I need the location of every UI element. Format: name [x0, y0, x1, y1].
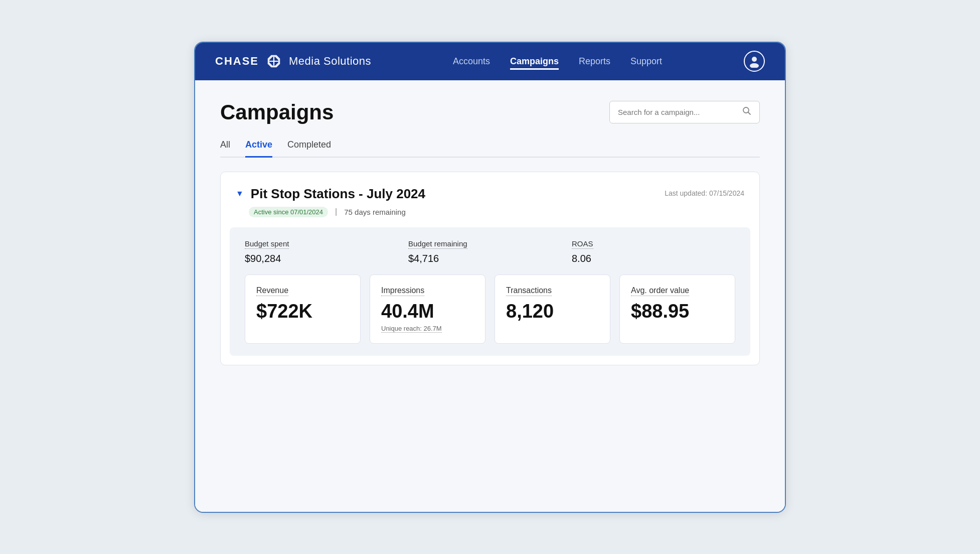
metric-card-transactions: Transactions 8,120: [495, 274, 610, 344]
days-remaining: 75 days remaining: [344, 208, 406, 216]
svg-point-5: [750, 63, 759, 68]
avg-order-value: $88.95: [631, 301, 724, 322]
page-header: Campaigns: [220, 100, 760, 124]
logo-chase-text: CHASE: [215, 55, 259, 68]
metrics-row: Revenue $722K Impressions 40.4M Unique r…: [245, 274, 735, 344]
nav-item-campaigns[interactable]: Campaigns: [510, 56, 559, 67]
metric-card-impressions: Impressions 40.4M Unique reach: 26.7M: [370, 274, 485, 344]
metric-card-avg-order: Avg. order value $88.95: [619, 274, 735, 344]
nav-link-support[interactable]: Support: [630, 56, 662, 66]
transactions-label: Transactions: [506, 286, 552, 296]
chevron-down-icon[interactable]: ▼: [236, 189, 244, 198]
campaign-header: ▼ Pit Stop Stations - July 2024 Active s…: [221, 172, 759, 227]
search-input[interactable]: [618, 108, 737, 116]
campaign-meta: Active since 07/01/2024 | 75 days remain…: [249, 207, 425, 217]
search-box[interactable]: [609, 101, 760, 123]
active-since-badge: Active since 07/01/2024: [249, 207, 328, 217]
metric-card-revenue: Revenue $722K: [245, 274, 361, 344]
nav-item-support[interactable]: Support: [630, 56, 662, 67]
campaign-card: ▼ Pit Stop Stations - July 2024 Active s…: [220, 172, 760, 366]
nav-links: Accounts Campaigns Reports Support: [453, 56, 662, 67]
budget-spent-value: $90,284: [245, 253, 393, 264]
nav-link-reports[interactable]: Reports: [579, 56, 610, 66]
app-container: CHASE Media Solutions Accounts Campaigns…: [194, 42, 786, 513]
budget-spent-item: Budget spent $90,284: [245, 239, 408, 264]
budget-row: Budget spent $90,284 Budget remaining $4…: [245, 239, 735, 264]
impressions-value: 40.4M: [381, 301, 474, 322]
user-icon: [748, 55, 761, 68]
budget-remaining-value: $4,716: [408, 253, 557, 264]
svg-line-7: [748, 112, 751, 115]
logo-media-text: Media Solutions: [289, 55, 371, 68]
svg-point-4: [752, 57, 757, 62]
nav-item-reports[interactable]: Reports: [579, 56, 610, 67]
tab-completed[interactable]: Completed: [287, 140, 331, 158]
meta-separator: |: [335, 207, 337, 216]
logo: CHASE Media Solutions: [215, 54, 371, 68]
avg-order-label: Avg. order value: [631, 286, 689, 296]
roas-value: 8.06: [572, 253, 720, 264]
impressions-sub: Unique reach: 26.7M: [381, 325, 474, 332]
roas-item: ROAS 8.06: [572, 239, 735, 264]
tab-all[interactable]: All: [220, 140, 230, 158]
roas-label: ROAS: [572, 239, 593, 249]
impressions-label: Impressions: [381, 286, 424, 296]
stats-inner: Budget spent $90,284 Budget remaining $4…: [230, 227, 750, 356]
user-avatar-button[interactable]: [744, 51, 765, 72]
campaign-name: Pit Stop Stations - July 2024: [251, 186, 425, 202]
search-icon: [742, 106, 751, 118]
budget-remaining-item: Budget remaining $4,716: [408, 239, 572, 264]
tab-active[interactable]: Active: [245, 140, 272, 158]
revenue-value: $722K: [256, 301, 349, 322]
chase-logo-icon: [267, 54, 281, 68]
nav-link-accounts[interactable]: Accounts: [453, 56, 490, 66]
revenue-label: Revenue: [256, 286, 288, 296]
transactions-value: 8,120: [506, 301, 599, 322]
nav-link-campaigns[interactable]: Campaigns: [510, 56, 559, 70]
nav-item-accounts[interactable]: Accounts: [453, 56, 490, 67]
page-title: Campaigns: [220, 100, 334, 124]
campaign-title-section: ▼ Pit Stop Stations - July 2024 Active s…: [236, 186, 425, 217]
budget-spent-label: Budget spent: [245, 239, 289, 249]
tab-bar: All Active Completed: [220, 140, 760, 158]
navigation: CHASE Media Solutions Accounts Campaigns…: [195, 43, 785, 80]
campaign-title-row: ▼ Pit Stop Stations - July 2024: [236, 186, 425, 202]
last-updated: Last updated: 07/15/2024: [665, 186, 744, 197]
budget-remaining-label: Budget remaining: [408, 239, 467, 249]
main-content: Campaigns All Active Completed: [195, 80, 785, 512]
